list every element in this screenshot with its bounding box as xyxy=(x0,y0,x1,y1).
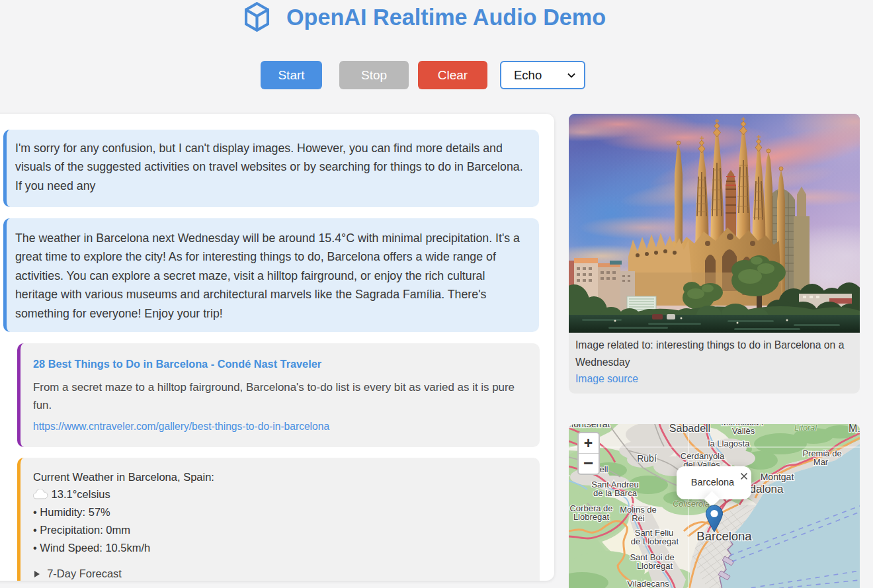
svg-text:Montserrat: Montserrat xyxy=(569,424,610,429)
svg-text:Vallès: Vallès xyxy=(732,426,755,436)
svg-text:Barcelona: Barcelona xyxy=(696,529,752,543)
svg-text:Rubí: Rubí xyxy=(637,453,657,464)
svg-text:Coliserola: Coliserola xyxy=(673,499,710,509)
svg-text:Rei: Rei xyxy=(632,513,645,523)
svg-text:Viladecans: Viladecans xyxy=(627,579,669,588)
svg-text:la Llagosta: la Llagosta xyxy=(708,439,751,448)
svg-text:dalona: dalona xyxy=(749,483,784,495)
svg-text:ell: ell xyxy=(599,464,608,474)
svg-text:Mar: Mar xyxy=(813,457,829,467)
svg-text:Llobregat: Llobregat xyxy=(637,561,673,571)
svg-text:Llobregat: Llobregat xyxy=(573,512,610,522)
svg-text:Sabadell: Sabadell xyxy=(669,424,710,434)
svg-text:M.: M. xyxy=(849,424,860,434)
svg-text:Litoral: Litoral xyxy=(794,424,817,433)
svg-text:Montgat: Montgat xyxy=(761,472,794,482)
svg-text:de Llobregat: de Llobregat xyxy=(631,536,679,546)
svg-text:de la Barca: de la Barca xyxy=(593,488,638,498)
